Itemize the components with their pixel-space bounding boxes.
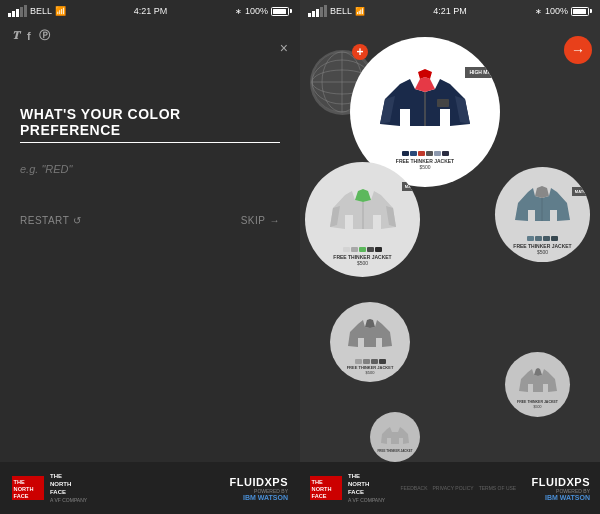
fluid-label-right: FLUIDXPS <box>532 476 590 488</box>
signal-bar-3 <box>16 9 19 17</box>
skip-button[interactable]: SKIP → <box>241 215 280 226</box>
r-battery-tip <box>590 9 592 13</box>
tnf-name-left: THENORTHFACE <box>50 473 71 496</box>
s1-swatch-3 <box>543 236 550 241</box>
svg-text:THE: THE <box>312 479 323 485</box>
r-battery-fill <box>573 9 586 14</box>
product-bubble-small-3[interactable]: FREE THINKER JACKET $500 <box>505 352 570 417</box>
terms-link[interactable]: TERMS OF USE <box>479 485 517 491</box>
color-swatches-s2 <box>355 359 386 364</box>
battery-area-left: ∗ 100% <box>235 6 292 16</box>
product-bubble-inner-s3: FREE THINKER JACKET $500 <box>505 352 570 417</box>
s1-swatch-1 <box>527 236 534 241</box>
svg-rect-11 <box>437 99 449 107</box>
high-match-badge-large: HIGH MATCH <box>465 67 500 78</box>
product-bubble-small-2[interactable]: FREE THINKER JACKET $500 <box>330 302 410 382</box>
jacket-svg-s3 <box>513 360 563 400</box>
product-bubble-tiny[interactable]: FREE THINKER JACKET <box>370 412 420 462</box>
signal-bar-2 <box>12 11 15 17</box>
jacket-svg-medium <box>318 173 408 245</box>
next-button[interactable]: → <box>564 36 592 64</box>
product-price-s1: $500 <box>537 249 548 255</box>
r-battery-body <box>571 7 589 16</box>
product-bubble-medium[interactable]: FREE THINKER JACKET $500 MATCH <box>305 162 420 277</box>
close-button[interactable]: × <box>280 40 288 56</box>
color-swatches-medium <box>343 247 382 252</box>
m-swatch-1 <box>343 247 350 252</box>
product-bubble-small-1[interactable]: FREE THINKER JACKET $500 MATCH <box>495 167 590 262</box>
status-bar-left: BELL 📶 4:21 PM ∗ 100% <box>0 0 300 22</box>
skip-icon: → <box>270 215 281 226</box>
r-signal-bar-1 <box>308 13 311 17</box>
s2-swatch-1 <box>355 359 362 364</box>
swatch-1 <box>402 151 409 156</box>
swatch-5 <box>434 151 441 156</box>
fluid-xps-left: FLUIDXPS Powered by IBM WATSON <box>230 476 288 501</box>
s1-swatch-4 <box>551 236 558 241</box>
right-panel: BELL 📶 4:21 PM ∗ 100% → <box>300 0 600 514</box>
battery-icon-right <box>571 7 592 16</box>
left-panel: BELL 📶 4:21 PM ∗ 100% 𝐓 f Ⓟ × WHAT'S YOU… <box>0 0 300 514</box>
product-price-s3: $500 <box>534 405 542 409</box>
tnf-name-right: THENORTHFACE <box>348 473 369 496</box>
skip-label: SKIP <box>241 215 266 226</box>
bluetooth-icon-right: ∗ <box>535 7 542 16</box>
signal-strength-right <box>308 5 327 17</box>
tnf-text-right: THENORTHFACE A VF COMPANY <box>348 473 385 502</box>
r-signal-bar-3 <box>316 9 319 17</box>
signal-bar-4 <box>20 7 23 17</box>
facebook-icon[interactable]: f <box>27 30 31 42</box>
s2-swatch-4 <box>379 359 386 364</box>
battery-area-right: ∗ 100% <box>535 6 592 16</box>
signal-bar-5 <box>24 5 27 17</box>
question-text: WHAT'S YOUR COLOR PREFERENCE <box>20 106 280 143</box>
tnf-branding-right: THE NORTH FACE THENORTHFACE A VF COMPANY <box>310 473 385 502</box>
privacy-link[interactable]: PRIVACY POLICY <box>432 485 473 491</box>
carrier-name-left: BELL <box>30 6 52 16</box>
bottom-actions: RESTART ↺ SKIP → <box>20 215 280 226</box>
swatch-3 <box>418 151 425 156</box>
status-bar-right: BELL 📶 4:21 PM ∗ 100% <box>300 0 600 22</box>
twitter-icon[interactable]: 𝐓 <box>12 29 19 42</box>
s1-swatch-2 <box>535 236 542 241</box>
m-swatch-3 <box>359 247 366 252</box>
feedback-link[interactable]: FEEDBACK <box>401 485 428 491</box>
tnf-text-left: THENORTHFACE A VF COMPANY <box>50 473 87 502</box>
fluid-label-left: FLUIDXPS <box>230 476 288 488</box>
time-left: 4:21 PM <box>134 6 168 16</box>
tnf-tagline-right: A VF COMPANY <box>348 497 385 503</box>
product-price-s2: $500 <box>366 370 375 375</box>
time-right: 4:21 PM <box>433 6 467 16</box>
svg-text:NORTH: NORTH <box>14 486 34 492</box>
signal-strength-left <box>8 5 27 17</box>
left-main-content: WHAT'S YOUR COLOR PREFERENCE e.g. "RED" … <box>0 47 300 265</box>
wifi-icon-left: 📶 <box>55 6 66 16</box>
product-bubble-inner-medium: FREE THINKER JACKET $500 MATCH <box>305 162 420 277</box>
r-signal-bar-2 <box>312 11 315 17</box>
swatch-4 <box>426 151 433 156</box>
wifi-icon-right: 📶 <box>355 7 365 16</box>
restart-label: RESTART <box>20 215 69 226</box>
right-footer: THE NORTH FACE THENORTHFACE A VF COMPANY… <box>300 462 600 514</box>
svg-text:THE: THE <box>14 479 25 485</box>
pinterest-icon[interactable]: Ⓟ <box>39 28 50 43</box>
restart-button[interactable]: RESTART ↺ <box>20 215 82 226</box>
fluid-xps-right: FLUIDXPS Powered by IBM WATSON <box>532 476 590 501</box>
product-bubble-inner-s2: FREE THINKER JACKET $500 <box>330 302 410 382</box>
color-swatches-s1 <box>527 236 558 241</box>
social-icons-bar: 𝐓 f Ⓟ <box>0 22 300 47</box>
svg-text:FACE: FACE <box>312 493 327 499</box>
swatch-6 <box>442 151 449 156</box>
battery-fill-left <box>273 9 286 14</box>
product-price-large: $500 <box>419 164 430 170</box>
carrier-name-right: BELL <box>330 6 352 16</box>
add-bubble-button[interactable]: + <box>352 44 368 60</box>
battery-icon-left <box>271 7 292 16</box>
s2-swatch-2 <box>363 359 370 364</box>
r-signal-bar-5 <box>324 5 327 17</box>
battery-body-left <box>271 7 289 16</box>
color-swatches-large <box>402 151 449 156</box>
tnf-tagline-left: A VF COMPANY <box>50 497 87 503</box>
footer-center-right: FEEDBACK PRIVACY POLICY TERMS OF USE <box>401 485 517 491</box>
m-swatch-2 <box>351 247 358 252</box>
